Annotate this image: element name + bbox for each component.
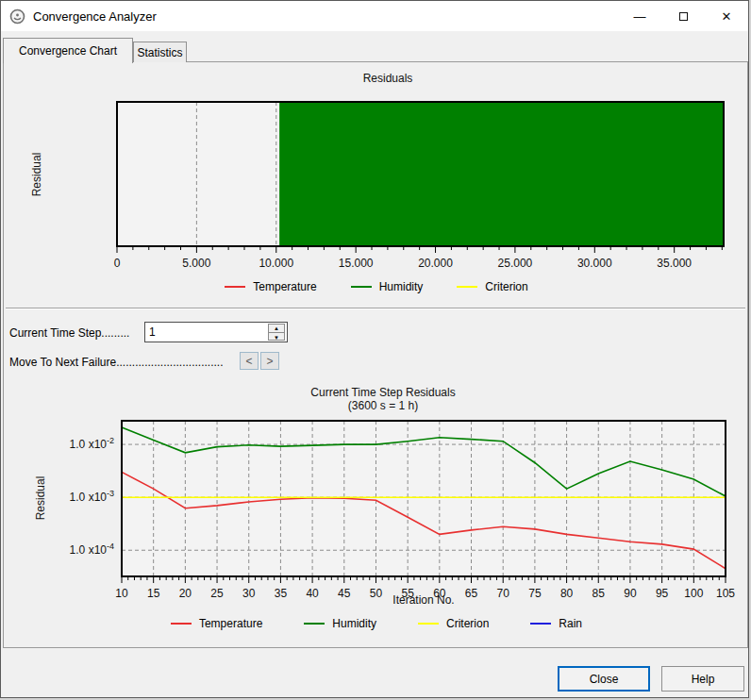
legend-item-criterion: Criterion bbox=[418, 617, 489, 630]
time-step-spinner[interactable]: 1 ▲ ▼ bbox=[144, 322, 288, 342]
x-tick-label: 45 bbox=[338, 587, 351, 600]
x-tick-label: 10 bbox=[115, 587, 128, 600]
overview-chart-svg: 05.00010.00015.00020.00025.00030.00035.0… bbox=[1, 63, 749, 280]
convergence-analyzer-window: Convergence Analyzer — ✕ Convergence Cha… bbox=[0, 0, 749, 698]
x-tick-label: 100 bbox=[684, 587, 703, 600]
help-button[interactable]: Help bbox=[661, 666, 744, 692]
legend-label: Criterion bbox=[446, 617, 489, 630]
x-tick-label: 105 bbox=[716, 587, 735, 600]
section-divider bbox=[6, 308, 745, 309]
close-window-button[interactable]: ✕ bbox=[705, 1, 748, 31]
legend-swatch-temperature bbox=[171, 623, 192, 625]
x-tick-label: 90 bbox=[624, 587, 637, 600]
tab-statistics[interactable]: Statistics bbox=[133, 42, 187, 62]
legend-item-criterion: Criterion bbox=[457, 280, 527, 293]
x-tick-label: 10.000 bbox=[259, 257, 293, 270]
overview-filled-region bbox=[279, 102, 724, 246]
overview-legend: TemperatureHumidityCriterion bbox=[1, 280, 749, 293]
x-tick-label: 15.000 bbox=[339, 257, 374, 270]
legend-swatch-criterion bbox=[457, 286, 477, 288]
x-tick-label: 65 bbox=[465, 587, 478, 600]
timestep-y-axis-label: Residual bbox=[34, 476, 47, 521]
maximize-button[interactable] bbox=[661, 1, 705, 31]
x-tick-label: 0 bbox=[114, 257, 121, 270]
timestep-plot-area bbox=[122, 421, 726, 576]
legend-label: Temperature bbox=[253, 280, 316, 293]
time-step-value[interactable]: 1 bbox=[149, 325, 156, 339]
legend-item-humidity: Humidity bbox=[304, 617, 376, 630]
legend-item-temperature: Temperature bbox=[225, 280, 316, 293]
x-tick-label: 25.000 bbox=[498, 257, 533, 270]
spin-up-button[interactable]: ▲ bbox=[269, 325, 284, 333]
legend-item-temperature: Temperature bbox=[171, 617, 262, 630]
legend-swatch-criterion bbox=[418, 623, 439, 625]
titlebar: Convergence Analyzer — ✕ bbox=[1, 1, 748, 31]
legend-swatch-rain bbox=[530, 623, 551, 625]
window-controls: — ✕ bbox=[618, 1, 748, 31]
x-tick-label: 95 bbox=[656, 587, 669, 600]
x-tick-label: 70 bbox=[497, 587, 510, 600]
minimize-button[interactable]: — bbox=[618, 1, 661, 31]
x-tick-label: 35.000 bbox=[657, 257, 692, 270]
x-tick-label: 20.000 bbox=[418, 257, 453, 270]
legend-item-rain: Rain bbox=[530, 617, 582, 630]
legend-label: Humidity bbox=[332, 617, 376, 630]
maximize-icon bbox=[679, 12, 688, 21]
legend-swatch-humidity bbox=[304, 623, 325, 625]
legend-swatch-humidity bbox=[351, 286, 372, 288]
app-icon bbox=[9, 8, 25, 25]
timestep-chart-title: Current Time Step Residuals bbox=[310, 386, 455, 399]
prev-failure-button[interactable]: < bbox=[240, 352, 259, 370]
x-tick-label: 85 bbox=[592, 587, 606, 600]
legend-swatch-temperature bbox=[225, 286, 245, 288]
x-tick-label: 15 bbox=[147, 587, 160, 600]
timestep-chart-subtitle: (3600 s = 1 h) bbox=[348, 399, 418, 412]
x-tick-label: 35 bbox=[275, 587, 288, 600]
legend-label: Criterion bbox=[485, 280, 527, 293]
legend-label: Temperature bbox=[199, 617, 262, 630]
window-title: Convergence Analyzer bbox=[33, 9, 157, 24]
x-tick-label: 5.000 bbox=[182, 257, 210, 270]
tab-convergence-chart[interactable]: Convergence Chart bbox=[3, 38, 133, 63]
spin-down-button[interactable]: ▼ bbox=[269, 333, 284, 342]
x-tick-label: 30 bbox=[242, 587, 256, 600]
x-tick-label: 30.000 bbox=[577, 257, 612, 270]
x-tick-label: 25 bbox=[210, 587, 224, 600]
x-tick-label: 80 bbox=[560, 587, 574, 600]
legend-label: Humidity bbox=[379, 280, 424, 293]
timestep-legend: TemperatureHumidityCriterionRain bbox=[1, 617, 749, 630]
overview-y-axis-label: Residual bbox=[30, 153, 43, 197]
next-failure-button[interactable]: > bbox=[260, 352, 279, 370]
x-tick-label: 75 bbox=[528, 587, 542, 600]
spinner-buttons: ▲ ▼ bbox=[268, 324, 285, 341]
x-tick-label: 50 bbox=[370, 587, 383, 600]
timestep-chart-svg: 1015202530354045505560657075808590951001… bbox=[1, 383, 749, 614]
x-tick-label: 20 bbox=[179, 587, 192, 600]
y-tick-label: 1.0 x10-4 bbox=[70, 542, 114, 557]
time-step-label: Current Time Step......... bbox=[9, 326, 129, 340]
y-tick-label: 1.0 x10-2 bbox=[70, 436, 114, 451]
y-tick-label: 1.0 x10-3 bbox=[70, 489, 114, 504]
next-failure-label: Move To Next Failure....................… bbox=[9, 356, 224, 369]
overview-chart-title: Residuals bbox=[363, 72, 413, 85]
x-tick-label: 40 bbox=[306, 587, 319, 600]
legend-item-humidity: Humidity bbox=[351, 280, 424, 293]
close-button[interactable]: Close bbox=[558, 666, 650, 692]
legend-label: Rain bbox=[559, 617, 582, 630]
x-axis-label: Iteration No. bbox=[392, 593, 454, 607]
